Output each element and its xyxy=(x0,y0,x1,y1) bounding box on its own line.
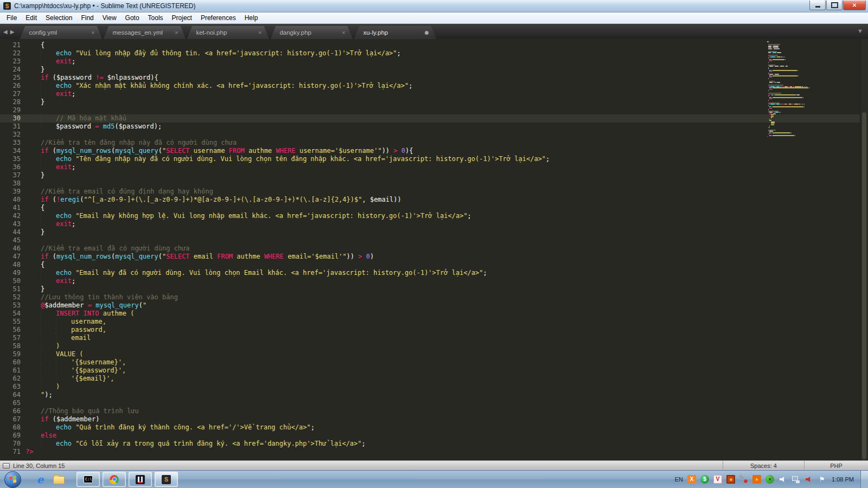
clock[interactable]: 1:08 PM xyxy=(832,476,854,483)
code-line: username, xyxy=(25,318,860,326)
indent-guide xyxy=(41,163,41,171)
cursor-position: Line 30, Column 15 xyxy=(13,463,65,469)
window-controls: × xyxy=(809,1,866,10)
line-number: 40 xyxy=(0,196,21,204)
menu-item-goto[interactable]: Goto xyxy=(121,13,144,23)
tab-label: dangky.php xyxy=(279,29,311,36)
vertical-scrollbar[interactable] xyxy=(860,39,868,460)
syntax-mode[interactable]: PHP xyxy=(804,461,868,470)
tab-scroll-right-icon[interactable]: ▶ xyxy=(10,29,15,35)
tab-close-icon[interactable]: × xyxy=(91,29,94,36)
code-row: 65 xyxy=(0,399,860,407)
code-line: } xyxy=(25,285,860,293)
windows-logo-icon xyxy=(9,475,16,483)
line-number: 60 xyxy=(0,358,21,367)
indent-guide xyxy=(41,49,41,57)
code-row: 60'{$username}', xyxy=(0,358,860,367)
indent-guide xyxy=(41,310,41,318)
tray-icon-action-center[interactable]: ⚑ xyxy=(818,475,826,484)
tab-overflow-icon[interactable]: ▼ xyxy=(857,28,863,34)
menu-item-view[interactable]: View xyxy=(98,13,121,23)
dirty-dot-icon[interactable] xyxy=(425,31,429,35)
tab-config.yml[interactable]: config.yml× xyxy=(20,26,102,39)
tab-ket-noi.php[interactable]: ket-noi.php× xyxy=(187,26,269,39)
menu-item-find[interactable]: Find xyxy=(76,13,98,23)
tab-scroll-left-icon[interactable]: ◀ xyxy=(3,29,8,35)
tab-close-icon[interactable]: × xyxy=(175,29,178,36)
tab-messages_en.yml[interactable]: messages_en.yml× xyxy=(103,26,186,39)
sublime-logo-icon: S xyxy=(3,2,11,10)
code-line: { xyxy=(25,204,860,212)
code-line: $password = md5($password); xyxy=(25,123,860,131)
menu-item-project[interactable]: Project xyxy=(168,13,196,23)
tray-icon-volume[interactable] xyxy=(778,475,787,484)
code-line: echo "Email này không hợp lệ. Vui long n… xyxy=(25,212,860,220)
indent-guide xyxy=(41,423,41,432)
taskbar-button-dark-app[interactable] xyxy=(129,472,152,487)
code-line: @$addmember = mysql_query(" xyxy=(25,301,860,310)
indent-setting[interactable]: Spaces: 4 xyxy=(723,461,804,470)
taskbar-button-command-prompt[interactable]: C:\ xyxy=(76,472,100,487)
code-row: 42echo "Email này không hợp lệ. Vui long… xyxy=(0,212,860,220)
tray-icon-network[interactable] xyxy=(792,475,800,484)
taskbar-icon-internet-explorer[interactable]: e xyxy=(31,472,49,486)
minimize-button[interactable] xyxy=(809,1,826,10)
menu-item-edit[interactable]: Edit xyxy=(21,13,41,23)
maximize-icon xyxy=(831,2,838,8)
line-number: 33 xyxy=(0,139,21,147)
show-desktop-button[interactable] xyxy=(860,471,868,488)
status-left: Line 30, Column 15 xyxy=(0,463,723,469)
line-number: 59 xyxy=(0,350,21,358)
indent-guide xyxy=(41,440,41,448)
line-number: 45 xyxy=(0,236,21,245)
close-button[interactable]: × xyxy=(843,1,866,10)
maximize-button[interactable] xyxy=(826,1,843,10)
code-row: 43exit; xyxy=(0,220,860,228)
menu-item-file[interactable]: File xyxy=(2,13,21,23)
taskbar-button-chrome[interactable] xyxy=(103,472,126,487)
tray-icon-announce[interactable] xyxy=(805,475,813,484)
tray-icon-avast[interactable]: × xyxy=(765,475,774,484)
tab-dangky.php[interactable]: dangky.php× xyxy=(270,26,353,39)
tray-icon-remote-screen[interactable] xyxy=(726,475,735,484)
menu-item-preferences[interactable]: Preferences xyxy=(196,13,240,23)
tray-icon-currency[interactable]: $ xyxy=(700,475,709,484)
tab-close-icon[interactable]: × xyxy=(258,29,261,36)
indent-guide xyxy=(41,82,41,90)
status-bar: Line 30, Column 15 Spaces: 4 PHP xyxy=(0,460,868,470)
menu-item-tools[interactable]: Tools xyxy=(144,13,168,23)
line-number: 46 xyxy=(0,245,21,253)
indent-guide xyxy=(41,318,41,326)
start-button[interactable] xyxy=(4,471,21,488)
tray-icon-flask[interactable]: ▲ xyxy=(752,475,761,484)
tray-icon-unikey[interactable]: V xyxy=(713,475,722,484)
code-area[interactable]: 21{22echo "Vui lòng nhập đầy đủ thông ti… xyxy=(0,39,860,460)
code-row: 71?> xyxy=(0,448,860,456)
panel-toggle-icon[interactable] xyxy=(3,463,10,468)
titlebar[interactable]: S C:\xampp\htdocs\xu-ly.php • - Sublime … xyxy=(0,0,868,12)
code-row: 33//Kiểm tra tên đăng nhập này đã có ngư… xyxy=(0,139,860,147)
tab-close-icon[interactable]: × xyxy=(342,29,345,36)
language-indicator[interactable]: EN xyxy=(675,476,683,483)
tray-icon-xampp[interactable]: X xyxy=(687,475,696,484)
tab-label: xu-ly.php xyxy=(363,29,388,36)
menu-item-selection[interactable]: Selection xyxy=(41,13,76,23)
code-line: ?> xyxy=(25,448,860,456)
code-line: ) xyxy=(25,342,860,350)
code-line xyxy=(25,179,860,188)
taskbar-button-sublime-text[interactable]: S xyxy=(155,472,178,487)
minimap[interactable] xyxy=(765,41,860,138)
code-row: 27exit; xyxy=(0,90,860,98)
code-row: 66//Thông báo quá trình lưu xyxy=(0,407,860,415)
tab-xu-ly.php[interactable]: xu-ly.php xyxy=(354,26,436,39)
line-number: 66 xyxy=(0,407,21,415)
menu-item-help[interactable]: Help xyxy=(240,13,263,23)
minimap-row xyxy=(767,136,860,137)
scrollbar-thumb[interactable] xyxy=(862,112,866,459)
code-line: '{$username}', xyxy=(25,358,860,367)
taskbar-icon-windows-explorer[interactable] xyxy=(49,472,68,486)
line-number: 69 xyxy=(0,432,21,440)
code-row: 70echo "Có lỗi xảy ra trong quá trình đă… xyxy=(0,440,860,448)
tray-icon-tool[interactable] xyxy=(739,475,748,484)
line-number: 23 xyxy=(0,57,21,66)
